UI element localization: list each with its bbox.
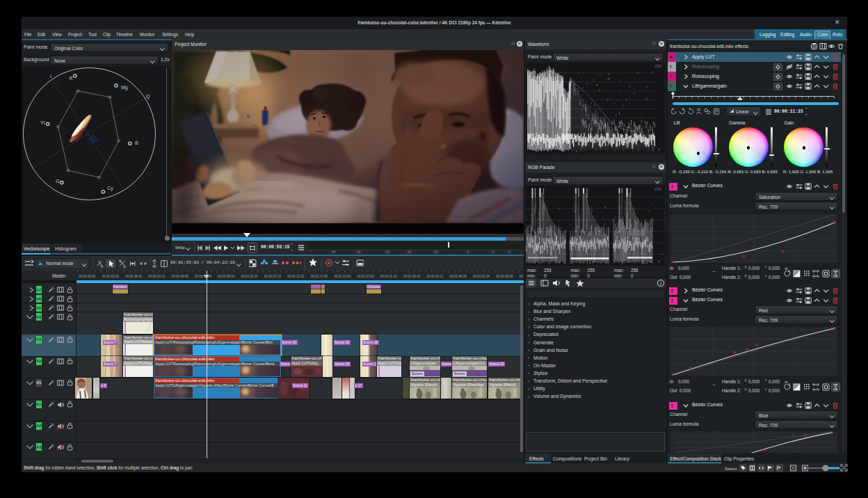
svg-text:Mg: Mg (121, 85, 128, 90)
svg-text:Cy: Cy (107, 186, 113, 191)
svg-text:Yl: Yl (40, 120, 45, 125)
svg-text:R: R (69, 76, 72, 81)
svg-text:G: G (56, 179, 59, 184)
svg-text:I: I (50, 74, 51, 79)
svg-text:B: B (135, 140, 138, 145)
svg-text:i: i (660, 280, 661, 287)
svg-text:Q: Q (146, 94, 150, 99)
